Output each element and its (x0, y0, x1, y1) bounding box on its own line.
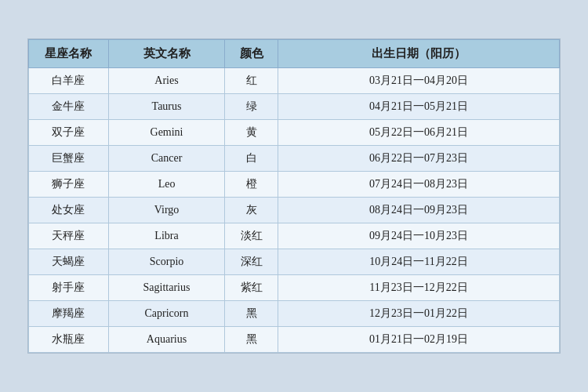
cell-date: 01月21日一02月19日 (278, 327, 560, 353)
cell-en: Aries (108, 68, 225, 94)
cell-color: 紫红 (225, 275, 278, 301)
cell-zh: 天秤座 (29, 223, 109, 249)
cell-zh: 金牛座 (29, 94, 109, 120)
cell-zh: 水瓶座 (29, 327, 109, 353)
cell-color: 绿 (225, 94, 278, 120)
table-row: 金牛座Taurus绿04月21日一05月21日 (29, 94, 560, 120)
cell-color: 白 (225, 146, 278, 172)
table-row: 巨蟹座Cancer白06月22日一07月23日 (29, 146, 560, 172)
table-row: 天秤座Libra淡红09月24日一10月23日 (29, 223, 560, 249)
cell-color: 黄 (225, 120, 278, 146)
cell-zh: 巨蟹座 (29, 146, 109, 172)
cell-color: 灰 (225, 198, 278, 223)
cell-date: 07月24日一08月23日 (278, 172, 560, 198)
cell-zh: 处女座 (29, 198, 109, 223)
cell-date: 03月21日一04月20日 (278, 68, 560, 94)
cell-en: Libra (108, 223, 225, 249)
table-row: 双子座Gemini黄05月22日一06月21日 (29, 120, 560, 146)
header-date: 出生日期（阳历） (278, 40, 560, 68)
cell-en: Scorpio (108, 249, 225, 275)
table-row: 狮子座Leo橙07月24日一08月23日 (29, 172, 560, 198)
cell-date: 11月23日一12月22日 (278, 275, 560, 301)
cell-en: Leo (108, 172, 225, 198)
table-row: 射手座Sagittarius紫红11月23日一12月22日 (29, 275, 560, 301)
cell-zh: 双子座 (29, 120, 109, 146)
cell-color: 淡红 (225, 223, 278, 249)
cell-zh: 天蝎座 (29, 249, 109, 275)
cell-en: Taurus (108, 94, 225, 120)
cell-en: Cancer (108, 146, 225, 172)
zodiac-table: 星座名称 英文名称 颜色 出生日期（阳历） 白羊座Aries红03月21日一04… (28, 39, 560, 353)
cell-date: 05月22日一06月21日 (278, 120, 560, 146)
header-color: 颜色 (225, 40, 278, 68)
header-en: 英文名称 (108, 40, 225, 68)
table-row: 水瓶座Aquarius黑01月21日一02月19日 (29, 327, 560, 353)
cell-zh: 射手座 (29, 275, 109, 301)
cell-color: 黑 (225, 327, 278, 353)
cell-en: Virgo (108, 198, 225, 223)
zodiac-table-container: 星座名称 英文名称 颜色 出生日期（阳历） 白羊座Aries红03月21日一04… (27, 38, 561, 354)
cell-color: 深红 (225, 249, 278, 275)
cell-date: 12月23日一01月22日 (278, 301, 560, 327)
cell-color: 红 (225, 68, 278, 94)
table-row: 白羊座Aries红03月21日一04月20日 (29, 68, 560, 94)
cell-en: Sagittarius (108, 275, 225, 301)
cell-zh: 白羊座 (29, 68, 109, 94)
cell-date: 08月24日一09月23日 (278, 198, 560, 223)
cell-en: Capricorn (108, 301, 225, 327)
header-zh: 星座名称 (29, 40, 109, 68)
cell-date: 09月24日一10月23日 (278, 223, 560, 249)
cell-color: 黑 (225, 301, 278, 327)
table-row: 处女座Virgo灰08月24日一09月23日 (29, 198, 560, 223)
cell-en: Gemini (108, 120, 225, 146)
cell-color: 橙 (225, 172, 278, 198)
table-row: 摩羯座Capricorn黑12月23日一01月22日 (29, 301, 560, 327)
table-row: 天蝎座Scorpio深红10月24日一11月22日 (29, 249, 560, 275)
cell-zh: 摩羯座 (29, 301, 109, 327)
table-header-row: 星座名称 英文名称 颜色 出生日期（阳历） (29, 40, 560, 68)
cell-date: 06月22日一07月23日 (278, 146, 560, 172)
cell-date: 10月24日一11月22日 (278, 249, 560, 275)
cell-zh: 狮子座 (29, 172, 109, 198)
cell-date: 04月21日一05月21日 (278, 94, 560, 120)
cell-en: Aquarius (108, 327, 225, 353)
